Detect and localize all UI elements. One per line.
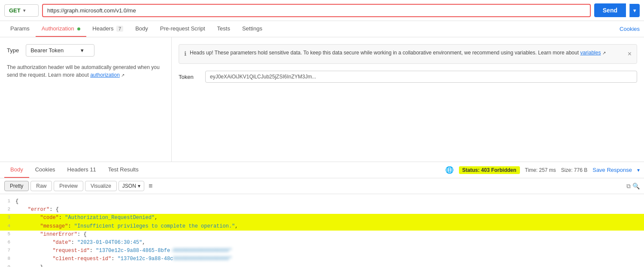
- search-icon[interactable]: 🔍: [632, 183, 640, 189]
- save-response-chevron[interactable]: ▾: [637, 167, 640, 173]
- raw-button[interactable]: Raw: [30, 181, 52, 191]
- banner-text: Heads up! These parameters hold sensitiv…: [190, 49, 606, 57]
- info-icon: ℹ: [184, 49, 186, 58]
- info-banner: ℹ Heads up! These parameters hold sensit…: [179, 44, 637, 64]
- tab-settings[interactable]: Settings: [236, 21, 268, 37]
- size-label: Size: 776 B: [561, 167, 587, 173]
- code-line-5: 5 "innerError": {: [0, 231, 644, 239]
- variables-link[interactable]: variables: [580, 50, 601, 56]
- copy-icon[interactable]: ⧉: [626, 183, 631, 190]
- tab-tests[interactable]: Tests: [211, 21, 236, 37]
- send-button[interactable]: Send: [594, 3, 626, 17]
- code-line-9: 9 }: [0, 264, 644, 267]
- auth-description: The authorization header will be automat…: [7, 63, 164, 79]
- token-input[interactable]: [205, 71, 637, 83]
- type-chevron: ▾: [81, 47, 84, 54]
- tab-pre-request[interactable]: Pre-request Script: [154, 21, 211, 37]
- main-content: Type Bearer Token ▾ The authorization he…: [0, 37, 644, 162]
- code-line-4: 4 "message": "Insufficient privileges to…: [0, 222, 644, 231]
- tab-params[interactable]: Params: [4, 21, 36, 37]
- save-response-button[interactable]: Save Response: [592, 167, 632, 173]
- response-tab-body[interactable]: Body: [4, 162, 29, 178]
- code-line-1: 1 {: [0, 198, 644, 206]
- status-area: 🌐 Status: 403 Forbidden Time: 257 ms Siz…: [445, 166, 640, 174]
- cookies-link[interactable]: Cookies: [620, 26, 640, 32]
- type-value: Bearer Token: [30, 47, 64, 54]
- tab-body[interactable]: Body: [129, 21, 154, 37]
- format-json-select[interactable]: JSON ▾: [118, 181, 144, 191]
- format-bar: Pretty Raw Preview Visualize JSON ▾ ≡ ⧉ …: [0, 178, 644, 194]
- response-tab-headers[interactable]: Headers 11: [61, 162, 102, 178]
- status-badge: Status: 403 Forbidden: [459, 166, 520, 174]
- tab-authorization[interactable]: Authorization: [36, 21, 87, 37]
- token-label: Token: [179, 74, 200, 80]
- code-line-3: 3 "code": "Authorization_RequestDenied",: [0, 214, 644, 222]
- token-row: Token: [179, 71, 637, 83]
- code-area: 1 { 2 "error": { 3 "code": "Authorizatio…: [0, 194, 644, 267]
- type-row: Type Bearer Token ▾: [7, 44, 164, 57]
- send-chevron-button[interactable]: ▾: [629, 4, 640, 17]
- bottom-panel: Body Cookies Headers 11 Test Results 🌐 S…: [0, 162, 644, 267]
- response-tabs: Body Cookies Headers 11 Test Results 🌐 S…: [0, 162, 644, 178]
- type-label: Type: [7, 47, 19, 54]
- top-bar: GET ▾ Send ▾: [0, 0, 644, 21]
- tab-headers[interactable]: Headers 7: [86, 21, 129, 37]
- response-tab-test-results[interactable]: Test Results: [102, 162, 145, 178]
- wrap-icon[interactable]: ≡: [149, 182, 152, 190]
- auth-left-panel: Type Bearer Token ▾ The authorization he…: [0, 37, 172, 162]
- world-icon: 🌐: [445, 166, 454, 174]
- auth-link[interactable]: authorization: [90, 72, 120, 78]
- auth-right-panel: ℹ Heads up! These parameters hold sensit…: [172, 37, 644, 162]
- code-line-7: 7 "request-id": "1370e12c-9a88-4865-8bfe…: [0, 247, 644, 255]
- type-select[interactable]: Bearer Token ▾: [26, 44, 94, 57]
- code-line-8: 8 "client-request-id": "1370e12c-9a88-48…: [0, 255, 644, 263]
- method-label: GET: [9, 7, 21, 14]
- url-input[interactable]: [42, 4, 591, 17]
- authorization-dot: [77, 27, 80, 30]
- pretty-button[interactable]: Pretty: [4, 181, 29, 191]
- banner-close-button[interactable]: ×: [628, 49, 632, 59]
- preview-button[interactable]: Preview: [54, 181, 83, 191]
- method-chevron: ▾: [23, 8, 25, 13]
- time-label: Time: 257 ms: [525, 167, 556, 173]
- request-tabs: Params Authorization Headers 7 Body Pre-…: [0, 21, 644, 37]
- method-select[interactable]: GET ▾: [4, 4, 39, 17]
- visualize-button[interactable]: Visualize: [85, 181, 117, 191]
- code-line-6: 6 "date": "2023-01-04T06:30:45",: [0, 239, 644, 247]
- response-tab-cookies[interactable]: Cookies: [29, 162, 61, 178]
- code-line-2: 2 "error": {: [0, 206, 644, 214]
